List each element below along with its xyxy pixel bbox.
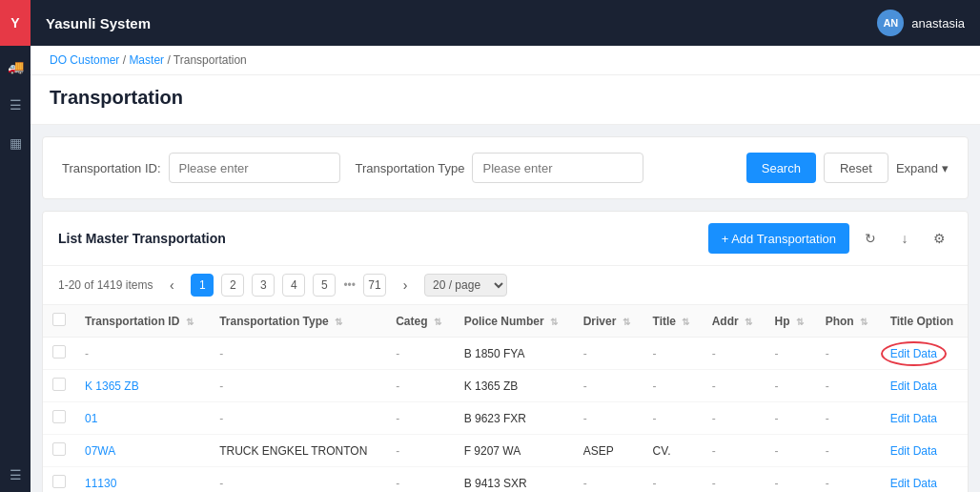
- row-driver: -: [574, 467, 643, 493]
- expand-label: Expand: [896, 161, 938, 175]
- row-hp: -: [766, 338, 816, 370]
- edit-data-link[interactable]: Edit Data: [890, 347, 937, 360]
- row-checkbox[interactable]: [52, 475, 66, 488]
- row-categ-value: -: [396, 444, 399, 458]
- transport-id-input[interactable]: [169, 153, 340, 183]
- row-transport-id: 07WA: [75, 435, 210, 467]
- breadcrumb-do-customer[interactable]: DO Customer: [50, 53, 119, 67]
- page-1-button[interactable]: 1: [191, 274, 214, 297]
- page-71-button[interactable]: 71: [363, 274, 386, 297]
- prev-page-button[interactable]: ‹: [160, 274, 183, 297]
- col-header-transport-type[interactable]: Transportation Type ⇅: [210, 305, 386, 338]
- breadcrumb-master[interactable]: Master: [129, 53, 164, 67]
- row-option: Edit Data: [881, 338, 968, 370]
- row-phone-value: -: [826, 477, 829, 490]
- filter-row: Transportation ID: Transportation Type S…: [62, 153, 949, 183]
- sort-icon-hp: ⇅: [796, 317, 804, 327]
- row-checkbox[interactable]: [52, 345, 66, 359]
- row-check: [43, 338, 75, 370]
- settings-button[interactable]: ⚙: [926, 225, 952, 252]
- row-driver-value: ASEP: [583, 444, 614, 458]
- row-transport-type: -: [210, 402, 386, 435]
- edit-data-link[interactable]: Edit Data: [890, 379, 937, 393]
- sidebar-icon-menu2[interactable]: ▦: [0, 126, 31, 160]
- row-checkbox[interactable]: [52, 378, 66, 391]
- row-addr-value: -: [712, 379, 716, 393]
- table-header-row: Transportation ID ⇅ Transportation Type …: [43, 305, 968, 338]
- row-driver-value: -: [583, 379, 587, 393]
- row-categ: -: [386, 435, 454, 467]
- pagination-info: 1-20 of 1419 items: [58, 278, 153, 292]
- row-police-value: F 9207 WA: [464, 444, 521, 458]
- edit-data-link[interactable]: Edit Data: [890, 412, 937, 425]
- edit-data-link[interactable]: Edit Data: [890, 477, 937, 490]
- row-checkbox[interactable]: [52, 410, 66, 423]
- per-page-select[interactable]: 20 / page 50 / page 100 / page: [424, 274, 507, 297]
- row-option: Edit Data: [881, 402, 968, 435]
- table-row: 07WA TRUCK ENGKEL TRONTON - F 9207 WA AS…: [43, 435, 968, 467]
- sort-icon-type: ⇅: [335, 317, 342, 327]
- sort-icon-phone: ⇅: [860, 317, 868, 327]
- main-area: Yasunli System AN anastasia DO Customer …: [31, 0, 980, 492]
- page-3-button[interactable]: 3: [252, 274, 275, 297]
- next-page-button[interactable]: ›: [394, 274, 417, 297]
- edit-data-link[interactable]: Edit Data: [890, 444, 937, 458]
- transport-type-field: Transportation Type: [356, 153, 644, 183]
- select-all-checkbox[interactable]: [52, 313, 66, 326]
- col-header-transport-id[interactable]: Transportation ID ⇅: [75, 305, 210, 338]
- download-button[interactable]: ↓: [891, 225, 918, 252]
- row-phone: -: [816, 435, 881, 467]
- col-header-driver[interactable]: Driver ⇅: [574, 305, 643, 338]
- chevron-down-icon: ▾: [942, 161, 949, 175]
- row-id-link[interactable]: 11130: [85, 477, 116, 490]
- row-categ-value: -: [396, 379, 399, 393]
- col-header-addr[interactable]: Addr ⇅: [703, 305, 766, 338]
- row-police-number: K 1365 ZB: [455, 370, 574, 402]
- col-header-categ[interactable]: Categ ⇅: [386, 305, 454, 338]
- row-transport-id: -: [75, 338, 210, 370]
- row-title-value: -: [653, 379, 657, 393]
- page-5-button[interactable]: 5: [313, 274, 336, 297]
- row-hp: -: [766, 435, 816, 467]
- row-transport-id: 11130: [75, 467, 210, 493]
- refresh-button[interactable]: ↻: [857, 225, 884, 252]
- col-header-police-number[interactable]: Police Number ⇅: [455, 305, 574, 338]
- table-row: 01 - - B 9623 FXR - - - - - Edit Data: [43, 402, 968, 435]
- row-addr-value: -: [712, 412, 716, 425]
- row-driver-value: -: [583, 347, 587, 360]
- col-header-phone[interactable]: Phon ⇅: [816, 305, 881, 338]
- row-checkbox[interactable]: [52, 442, 66, 456]
- sort-icon-driver: ⇅: [623, 317, 630, 327]
- row-police-number: B 1850 FYA: [455, 338, 574, 370]
- expand-button[interactable]: Expand ▾: [896, 161, 949, 175]
- pagination-bar: 1-20 of 1419 items ‹ 1 2 3 4 5 ••• 71 › …: [43, 266, 968, 305]
- row-driver: -: [574, 370, 643, 402]
- row-driver: -: [574, 402, 643, 435]
- sidebar-icon-bottom[interactable]: ☰: [0, 458, 31, 492]
- sidebar: Y 🚚 ☰ ▦ ☰: [0, 0, 31, 492]
- row-phone-value: -: [826, 412, 829, 425]
- col-header-title[interactable]: Title ⇅: [643, 305, 703, 338]
- transport-type-input[interactable]: [472, 153, 643, 183]
- row-title-value: CV.: [653, 444, 671, 458]
- transport-type-label: Transportation Type: [356, 161, 465, 175]
- add-transportation-button[interactable]: + Add Transportation: [708, 223, 849, 254]
- row-id-link[interactable]: K 1365 ZB: [85, 379, 139, 393]
- row-police-value: K 1365 ZB: [464, 379, 519, 393]
- search-button[interactable]: Search: [746, 153, 816, 183]
- row-id-link[interactable]: 07WA: [85, 444, 115, 458]
- row-transport-id: 01: [75, 402, 210, 435]
- page-2-button[interactable]: 2: [221, 274, 244, 297]
- row-hp: -: [766, 370, 816, 402]
- sidebar-icon-delivery[interactable]: 🚚: [0, 50, 31, 84]
- reset-button[interactable]: Reset: [824, 153, 888, 183]
- page-4-button[interactable]: 4: [282, 274, 305, 297]
- row-phone: -: [816, 370, 881, 402]
- row-addr: -: [703, 402, 766, 435]
- sidebar-icon-menu1[interactable]: ☰: [0, 88, 31, 122]
- topbar: Yasunli System AN anastasia: [31, 0, 980, 46]
- row-id-link[interactable]: 01: [85, 412, 97, 425]
- row-addr: -: [703, 338, 766, 370]
- table-title: List Master Transportation: [58, 231, 226, 246]
- col-header-hp[interactable]: Hp ⇅: [766, 305, 816, 338]
